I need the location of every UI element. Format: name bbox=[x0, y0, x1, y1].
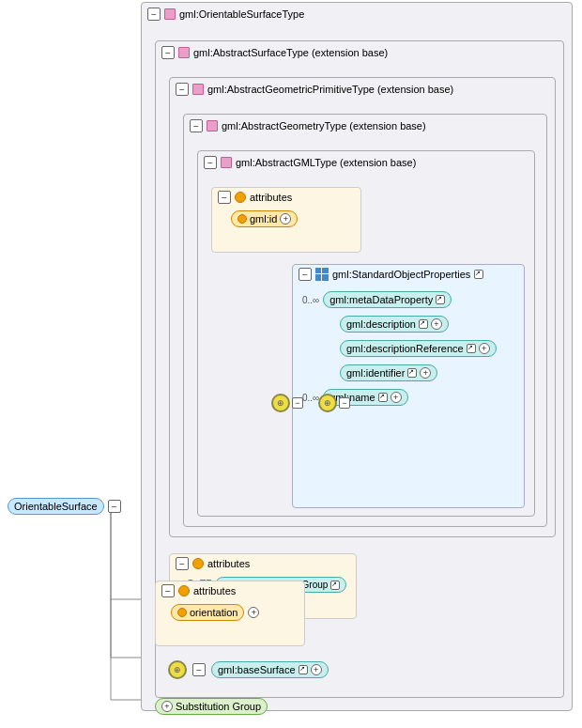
connector-area-left: ⊕ − bbox=[271, 394, 303, 412]
description-expand[interactable]: + bbox=[431, 318, 442, 330]
abstract-geometric-header: − gml:AbstractGeometricPrimitiveType (ex… bbox=[170, 78, 555, 99]
abstract-surface-type-header: − gml:AbstractSurfaceType (extension bas… bbox=[156, 41, 563, 62]
collapse-attributes-srs[interactable]: − bbox=[176, 557, 189, 570]
gml-base-surface-label: gml:baseSurface bbox=[218, 664, 296, 675]
description-ref-row: gml:descriptionReference + bbox=[340, 340, 524, 357]
collapse-abstract-gml[interactable]: − bbox=[204, 156, 217, 169]
identifier-ext-link[interactable] bbox=[407, 368, 417, 378]
gml-base-surface-node[interactable]: gml:baseSurface + bbox=[211, 661, 329, 678]
gml-identifier-label: gml:identifier bbox=[346, 367, 405, 379]
multiplicity-1: 0..∞ bbox=[302, 295, 319, 305]
orientable-surface-node-area: OrientableSurface − bbox=[8, 498, 121, 515]
abstract-geometry-label: gml:AbstractGeometryType (extension base… bbox=[222, 120, 426, 132]
type-icon-geometric bbox=[192, 84, 204, 95]
collapse-attributes-orientation[interactable]: − bbox=[161, 584, 175, 597]
orientation-expand[interactable]: + bbox=[248, 607, 259, 618]
description-ext-link[interactable] bbox=[419, 319, 428, 329]
orientable-surface-type-label: gml:OrientableSurfaceType bbox=[179, 8, 304, 20]
desc-ref-expand[interactable]: + bbox=[479, 343, 490, 354]
connector-circle-right: ⊕ bbox=[318, 394, 337, 412]
orientable-surface-main-label: OrientableSurface bbox=[14, 501, 98, 512]
attributes-gml-label: attributes bbox=[250, 192, 292, 203]
gml-identifier-node[interactable]: gml:identifier + bbox=[340, 364, 437, 381]
standard-object-box: − gml:StandardObjectProperties 0..∞ bbox=[292, 264, 525, 508]
type-icon-geometry bbox=[207, 120, 218, 132]
substitution-group-label: Substitution Group bbox=[176, 701, 261, 712]
collapse-orientable-surface-type[interactable]: − bbox=[147, 8, 161, 21]
abstract-geometric-box: − gml:AbstractGeometricPrimitiveType (ex… bbox=[169, 77, 556, 537]
abstract-surface-type-label: gml:AbstractSurfaceType (extension base) bbox=[193, 47, 388, 58]
connector-area-right: ⊕ − bbox=[318, 394, 350, 412]
standard-object-label: gml:StandardObjectProperties bbox=[332, 269, 470, 280]
attr-icon-orientation bbox=[178, 585, 190, 596]
substitution-group-node[interactable]: + Substitution Group bbox=[155, 698, 268, 715]
attributes-gml-header: − attributes bbox=[212, 188, 360, 207]
gml-metadata-label: gml:metaDataProperty bbox=[329, 294, 433, 305]
orientable-surface-type-header: − gml:OrientableSurfaceType bbox=[142, 3, 572, 23]
connector-circle-left: ⊕ bbox=[271, 394, 290, 412]
abstract-geometric-label: gml:AbstractGeometricPrimitiveType (exte… bbox=[207, 84, 453, 95]
gml-id-expand[interactable]: + bbox=[280, 213, 291, 225]
diagram-container: − gml:OrientableSurfaceType − gml:Abstra… bbox=[0, 0, 582, 728]
gml-description-label: gml:description bbox=[346, 318, 416, 330]
base-surface-expand[interactable]: + bbox=[311, 664, 322, 675]
desc-ref-ext-link[interactable] bbox=[467, 344, 476, 353]
attributes-gml-box: − attributes gml:id + bbox=[211, 187, 361, 253]
name-ext-link[interactable] bbox=[378, 393, 388, 402]
gml-id-label: gml:id bbox=[250, 213, 277, 225]
abstract-gml-header: − gml:AbstractGMLType (extension base) bbox=[198, 151, 534, 172]
identifier-expand[interactable]: + bbox=[420, 367, 431, 379]
substitution-plus[interactable]: + bbox=[161, 701, 173, 712]
base-surface-connector: ⊕ bbox=[168, 660, 187, 679]
substitution-group-area: + Substitution Group bbox=[155, 698, 268, 715]
gml-description-ref-node[interactable]: gml:descriptionReference + bbox=[340, 340, 497, 357]
abstract-geometry-header: − gml:AbstractGeometryType (extension ba… bbox=[184, 115, 546, 135]
collapse-abstract-geometric[interactable]: − bbox=[176, 83, 189, 96]
name-expand[interactable]: + bbox=[391, 392, 402, 403]
base-surface-area: ⊕ − gml:baseSurface + bbox=[168, 660, 329, 679]
base-surface-minus[interactable]: − bbox=[192, 663, 206, 676]
collapse-standard-object[interactable]: − bbox=[299, 268, 312, 281]
standard-object-ext-link[interactable] bbox=[474, 270, 483, 279]
type-icon-gml bbox=[221, 157, 232, 168]
attr-icon-srs bbox=[192, 558, 204, 569]
attr-icon-gml bbox=[235, 192, 246, 203]
orientable-surface-collapse[interactable]: − bbox=[108, 500, 121, 513]
orientable-surface-main-node[interactable]: OrientableSurface bbox=[8, 498, 104, 515]
metadata-row: 0..∞ gml:metaDataProperty bbox=[302, 291, 524, 308]
multiplicity-2: 0..∞ bbox=[302, 393, 319, 403]
collapse-attributes-gml[interactable]: − bbox=[218, 191, 231, 204]
gml-description-node[interactable]: gml:description + bbox=[340, 316, 449, 333]
identifier-row: gml:identifier + bbox=[340, 364, 524, 381]
attributes-orientation-box: − attributes orientation + bbox=[155, 581, 305, 646]
minus-small-1[interactable]: − bbox=[292, 397, 303, 409]
abstract-geometry-box: − gml:AbstractGeometryType (extension ba… bbox=[183, 114, 547, 527]
orientation-label: orientation bbox=[190, 607, 237, 618]
gml-id-node[interactable]: gml:id + bbox=[231, 210, 298, 227]
orientable-surface-type-box: − gml:OrientableSurfaceType − gml:Abstra… bbox=[141, 2, 573, 711]
gml-id-icon bbox=[237, 214, 247, 224]
gml-description-ref-label: gml:descriptionReference bbox=[346, 343, 464, 354]
description-row: gml:description + bbox=[340, 316, 524, 333]
srs-ext-link[interactable] bbox=[330, 581, 340, 590]
type-icon-abstract-surface bbox=[178, 47, 190, 58]
abstract-gml-label: gml:AbstractGMLType (extension base) bbox=[236, 157, 416, 168]
attributes-srs-header: − attributes bbox=[170, 554, 356, 573]
collapse-abstract-surface[interactable]: − bbox=[161, 46, 175, 59]
minus-small-2[interactable]: − bbox=[339, 397, 350, 409]
gml-metadata-node[interactable]: gml:metaDataProperty bbox=[323, 291, 452, 308]
attributes-orientation-label: attributes bbox=[193, 585, 236, 596]
metadata-ext-link[interactable] bbox=[436, 295, 445, 304]
standard-object-icon bbox=[315, 268, 329, 281]
base-surface-ext-link[interactable] bbox=[299, 665, 308, 674]
type-icon-orientable bbox=[164, 8, 176, 20]
standard-object-header: − gml:StandardObjectProperties bbox=[293, 265, 524, 284]
attributes-orientation-header: − attributes bbox=[156, 581, 304, 600]
orientation-node[interactable]: orientation bbox=[171, 604, 244, 621]
orientation-icon bbox=[177, 608, 187, 617]
collapse-abstract-geometry[interactable]: − bbox=[190, 119, 203, 132]
abstract-gml-box: − gml:AbstractGMLType (extension base) −… bbox=[197, 150, 535, 517]
attributes-srs-label: attributes bbox=[207, 558, 250, 569]
